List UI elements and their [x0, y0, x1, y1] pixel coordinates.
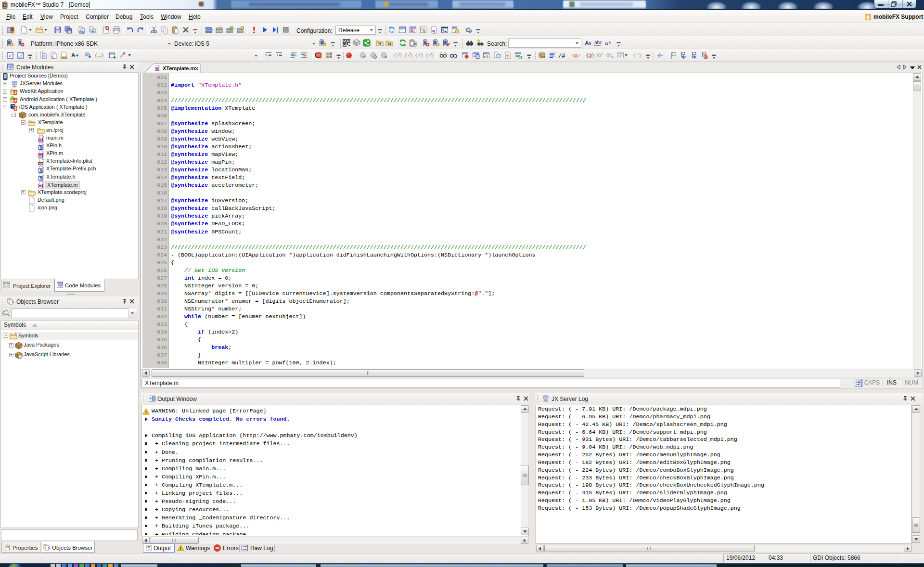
- svg-text:{→}: {→}: [94, 53, 104, 59]
- svg-text:abc: abc: [594, 40, 602, 45]
- svg-text:J: J: [20, 355, 22, 359]
- svg-text:m: m: [39, 137, 43, 142]
- svg-text:/#: /#: [558, 53, 565, 60]
- svg-text:XML: XML: [38, 162, 44, 165]
- svg-text:a: a: [605, 40, 608, 46]
- svg-text:h: h: [39, 168, 42, 173]
- svg-text:{×}: {×}: [404, 53, 413, 59]
- svg-text:5: 5: [14, 90, 16, 94]
- svg-text:{×}: {×}: [415, 53, 424, 59]
- svg-text:>: >: [578, 53, 581, 59]
- svg-text:t0: t0: [596, 52, 601, 58]
- svg-text:h: h: [39, 176, 42, 180]
- svg-text:{°}: {°}: [633, 53, 642, 59]
- svg-text:Q: Q: [574, 53, 578, 59]
- svg-text:01: 01: [606, 52, 612, 58]
- svg-text:{×}: {×}: [394, 53, 402, 59]
- svg-text:m: m: [39, 153, 43, 157]
- svg-text:{×}: {×}: [425, 53, 434, 59]
- svg-text:5: 5: [14, 107, 16, 110]
- svg-text:5: 5: [14, 99, 16, 103]
- svg-text:h: h: [39, 145, 42, 150]
- svg-text:}: }: [591, 53, 595, 59]
- svg-text:A: A: [71, 52, 76, 59]
- svg-text:m: m: [39, 183, 43, 188]
- svg-text:a: a: [589, 41, 591, 46]
- svg-text:m: m: [156, 67, 159, 71]
